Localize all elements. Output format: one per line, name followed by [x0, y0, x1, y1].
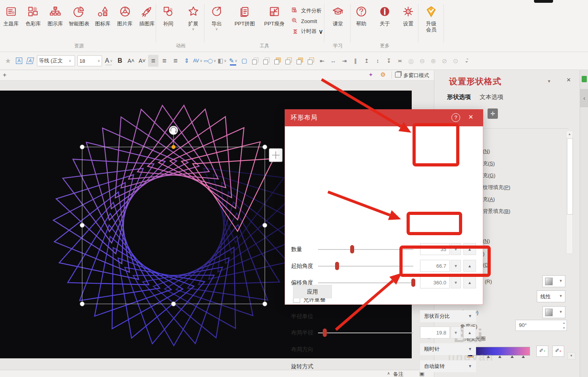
ungroup-icon[interactable]	[261, 55, 272, 67]
align-objects-right-icon[interactable]: ⇥	[339, 55, 349, 67]
slider-track[interactable]	[318, 266, 413, 267]
decrease-font-icon[interactable]: A˅	[137, 55, 147, 67]
line-option[interactable]: (G)	[483, 262, 490, 268]
panel-scrollbar[interactable]: ▲	[566, 131, 573, 254]
bold-icon[interactable]: B	[115, 55, 125, 67]
selection-handle[interactable]	[172, 302, 176, 306]
selection-handle[interactable]	[80, 223, 85, 228]
value-field[interactable]: 35	[420, 243, 450, 255]
fill-option[interactable]: 充(A)	[483, 196, 495, 203]
distribute-text-icon[interactable]: ≡	[170, 55, 181, 67]
fill-option[interactable]: 充(G)	[483, 172, 495, 179]
scrollbar-thumb[interactable]	[567, 138, 573, 215]
ribbon-button[interactable]: 补间	[158, 6, 178, 31]
line-spacing-icon[interactable]: ⇕	[181, 55, 192, 67]
chevron-down-icon[interactable]: ▼	[451, 260, 461, 272]
send-backward-icon[interactable]	[306, 55, 316, 67]
ribbon-button[interactable]: 计时器∨	[291, 26, 323, 37]
selection-handle[interactable]	[263, 223, 267, 228]
align-center-icon[interactable]: ≡	[148, 55, 158, 67]
selection-handle[interactable]	[80, 302, 85, 306]
merge-combine-icon[interactable]: ⊖	[417, 55, 427, 67]
gradient-type-dropdown[interactable]: 线性▼	[537, 290, 565, 302]
fill-option[interactable]: 背景填充(B)	[483, 208, 510, 215]
spin-up-button[interactable]: ▲	[463, 276, 476, 288]
angle-spinner[interactable]: ▲▼	[563, 320, 565, 331]
insert-shape-icon[interactable]: ▭◯∨	[204, 55, 216, 67]
align-bottom-icon[interactable]: ↧	[384, 55, 394, 67]
tab-text-options[interactable]: 文本选项	[480, 93, 503, 101]
panel-menu-icon[interactable]: ▼	[547, 79, 551, 83]
gradient-preset-button[interactable]: ▼	[542, 275, 565, 287]
rotate-handle[interactable]	[169, 126, 178, 135]
slider-thumb[interactable]	[335, 262, 339, 270]
size-properties-icon[interactable]: ✛	[488, 108, 498, 119]
ribbon-button[interactable]: 色彩库	[25, 6, 42, 27]
distribute-v-icon[interactable]: ≍	[395, 55, 405, 67]
ribbon-button[interactable]: 升级会员	[420, 6, 443, 33]
panel-close-icon[interactable]: ×	[567, 76, 571, 84]
slider-track[interactable]	[318, 282, 413, 283]
adjust-handle[interactable]	[172, 145, 175, 149]
dropdown[interactable]: 自动旋转▼	[420, 360, 476, 372]
gear-icon[interactable]: ⚙	[380, 71, 386, 78]
merge-union-icon[interactable]: ◎	[406, 55, 416, 67]
align-justify-icon[interactable]: ≡	[159, 55, 170, 67]
value-field[interactable]: 19.8	[420, 327, 450, 338]
selection-handle[interactable]	[263, 302, 267, 306]
chevron-down-icon[interactable]: ▼	[451, 243, 461, 255]
merge-fragment-icon[interactable]: ⊕	[428, 55, 438, 67]
merge-intersect-icon[interactable]: ⊘	[439, 55, 449, 67]
slider-thumb[interactable]	[411, 278, 415, 287]
help-icon[interactable]: ?	[451, 113, 460, 122]
beautify-icon[interactable]: ★	[3, 55, 13, 67]
send-to-back-icon[interactable]	[283, 55, 294, 67]
gradient-stop-marker[interactable]	[522, 356, 525, 358]
gradient-stop-marker[interactable]	[498, 356, 501, 358]
spin-up-button[interactable]: ▲	[463, 243, 476, 255]
ribbon-button[interactable]: 帮助	[352, 6, 370, 27]
vertical-textbox-icon[interactable]: A	[25, 55, 35, 67]
bring-to-front-icon[interactable]	[272, 55, 283, 67]
distribute-h-icon[interactable]: ∥	[350, 55, 361, 67]
selection-handle[interactable]	[263, 145, 267, 149]
collapse-panel-tab[interactable]: ‹	[580, 89, 588, 107]
dialog-header[interactable]: 环形布局 ? ×	[285, 109, 483, 126]
char-spacing-icon[interactable]: AV∨	[193, 55, 203, 67]
tab-shape-options[interactable]: 形状选项	[447, 93, 471, 101]
chevron-down-icon[interactable]: ▼	[451, 276, 461, 288]
font-name-dropdown[interactable]: 等线 (正文∨	[37, 55, 75, 66]
gradient-stop-marker[interactable]	[511, 356, 514, 358]
new-slide-button[interactable]: +	[3, 72, 6, 79]
slider-track[interactable]	[318, 249, 413, 250]
line-option[interactable]: (N)	[483, 238, 490, 244]
plugin-icon[interactable]	[582, 76, 587, 82]
gradient-direction-button[interactable]: ▼	[542, 306, 565, 318]
increase-font-icon[interactable]: A˄	[126, 55, 136, 67]
ribbon-button[interactable]: 图示库	[46, 6, 64, 27]
dropdown[interactable]: 形状百分比▼	[420, 310, 476, 322]
font-color-icon[interactable]: A∨	[104, 55, 114, 67]
slider-thumb[interactable]	[323, 329, 327, 337]
align-objects-center-icon[interactable]: ↔	[328, 55, 338, 67]
bring-forward-icon[interactable]	[295, 55, 305, 67]
align-top-icon[interactable]: ↥	[361, 55, 372, 67]
ribbon-button[interactable]: PPT拼图	[232, 6, 257, 37]
fill-option[interactable]: 纹理填充(P)	[483, 184, 510, 191]
magic-wand-icon[interactable]: ✦	[368, 72, 373, 78]
shape-outline-icon[interactable]: ✎∨	[228, 55, 238, 67]
quick-add-button[interactable]	[269, 149, 282, 162]
ribbon-button[interactable]: 文件分析	[291, 6, 323, 16]
ribbon-button[interactable]: 课堂	[326, 6, 349, 27]
align-middle-icon[interactable]: ↕	[372, 55, 383, 67]
ribbon-button[interactable]: PPT瘦身	[262, 6, 287, 37]
ribbon-button[interactable]: 设置	[399, 6, 418, 27]
more-toolbar-icon[interactable]: ⌄̄	[461, 55, 472, 67]
font-size-dropdown[interactable]: 18∨	[77, 55, 102, 66]
delete-gradient-stop-button[interactable]: ✐×	[552, 346, 564, 357]
fill-option[interactable]: 充(S)	[483, 160, 495, 167]
apply-button[interactable]: 应用	[293, 285, 332, 298]
horizontal-textbox-icon[interactable]: A	[14, 55, 24, 67]
slider-thumb[interactable]	[350, 245, 354, 253]
shape-fill-icon[interactable]: ◧∨	[217, 55, 227, 67]
